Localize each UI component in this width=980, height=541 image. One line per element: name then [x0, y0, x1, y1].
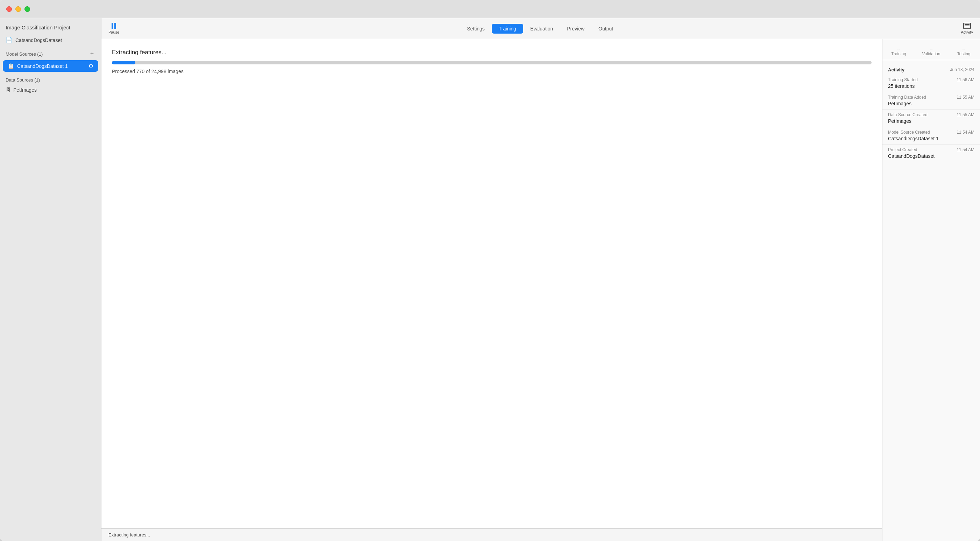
app-window: Image Classification Project 📄 CatsandDo…: [0, 0, 980, 541]
tab-preview[interactable]: Preview: [560, 24, 592, 34]
minimize-button[interactable]: [15, 6, 21, 12]
activity-entry-time-0: 11:56 AM: [956, 77, 974, 82]
pause-bar-left: [111, 23, 113, 29]
activity-log-header: Activity Jun 18, 2024: [883, 64, 980, 75]
tab-output[interactable]: Output: [592, 24, 620, 34]
pause-icon: [111, 23, 116, 29]
activity-label: Activity: [961, 30, 973, 34]
validation-tab-label: Validation: [922, 51, 940, 56]
activity-entry-1: Training Data Added 11:55 AM PetImages: [883, 92, 980, 110]
activity-entry-time-1: 11:55 AM: [956, 95, 974, 100]
activity-entry-4: Project Created 11:54 AM CatsandDogsData…: [883, 145, 980, 162]
data-source-item[interactable]: 🗄 PetImages: [0, 85, 101, 95]
testing-tab-label: Testing: [957, 51, 970, 56]
tab-evaluation[interactable]: Evaluation: [523, 24, 560, 34]
activity-entry-title-4: Project Created: [888, 147, 917, 152]
activity-entry-2: Data Source Created 11:55 AM PetImages: [883, 110, 980, 127]
dataset-icon: 📄: [6, 37, 13, 43]
progress-text: Processed 770 of 24,998 images: [112, 69, 872, 74]
project-name: Image Classification Project: [0, 22, 101, 35]
model-sources-header: Model Sources (1) +: [0, 45, 101, 59]
extracting-title: Extracting features...: [112, 49, 872, 56]
activity-entry-header-3: Model Source Created 11:54 AM: [888, 130, 974, 135]
training-tab-label: Training: [891, 51, 906, 56]
dataset-item[interactable]: 📄 CatsandDogsDataset: [0, 35, 101, 45]
data-sources-title: Data Sources (1): [6, 77, 40, 83]
activity-entry-value-2: PetImages: [888, 118, 974, 124]
tab-settings[interactable]: Settings: [460, 24, 492, 34]
status-bar: Extracting features...: [102, 528, 882, 541]
right-panel-tab-validation[interactable]: -- Validation: [915, 46, 948, 60]
activity-entry-title-1: Training Data Added: [888, 95, 926, 100]
activity-entry-time-2: 11:55 AM: [956, 112, 974, 117]
main-layout: Image Classification Project 📄 CatsandDo…: [0, 18, 980, 541]
activity-log-date: Jun 18, 2024: [950, 67, 974, 72]
tab-training[interactable]: Training: [492, 24, 523, 34]
activity-entry-value-3: CatsandDogsDataset 1: [888, 136, 974, 141]
model-sources-title: Model Sources (1): [6, 51, 43, 57]
pause-label: Pause: [108, 30, 119, 34]
activity-entry-header-1: Training Data Added 11:55 AM: [888, 95, 974, 100]
progress-bar-container: [112, 61, 872, 64]
activity-entry-value-0: 25 iterations: [888, 83, 974, 89]
activity-entry-header-0: Training Started 11:56 AM: [888, 77, 974, 82]
sidebar: Image Classification Project 📄 CatsandDo…: [0, 18, 102, 541]
right-panel-tab-training[interactable]: -- Training: [883, 46, 915, 60]
content-body: Extracting features... Processed 770 of …: [102, 39, 882, 528]
data-sources-header: Data Sources (1): [0, 72, 101, 85]
activity-entry-title-3: Model Source Created: [888, 130, 930, 135]
activity-entry-title-0: Training Started: [888, 77, 918, 82]
activity-entry-0: Training Started 11:56 AM 25 iterations: [883, 75, 980, 92]
activity-icon: [963, 23, 971, 29]
add-model-source-button[interactable]: +: [89, 50, 95, 57]
activity-button[interactable]: Activity: [961, 23, 973, 34]
model-source-icon: 📋: [8, 63, 14, 69]
testing-stat: --: [962, 46, 965, 51]
validation-stat: --: [930, 46, 933, 51]
traffic-lights: [6, 6, 30, 12]
activity-entry-title-2: Data Source Created: [888, 112, 928, 117]
activity-entry-3: Model Source Created 11:54 AM CatsandDog…: [883, 127, 980, 145]
activity-entry-time-4: 11:54 AM: [956, 147, 974, 152]
maximize-button[interactable]: [24, 6, 30, 12]
spinner-icon: ⚙: [89, 63, 93, 69]
right-panel: -- Training -- Validation -- Testing: [882, 39, 980, 541]
activity-entry-value-1: PetImages: [888, 101, 974, 106]
status-text: Extracting features...: [108, 532, 150, 538]
dataset-label: CatsandDogsDataset: [15, 37, 62, 43]
activity-log-title: Activity: [888, 67, 904, 72]
model-source-label: CatsandDogsDataset 1: [17, 63, 68, 69]
activity-entry-header-4: Project Created 11:54 AM: [888, 147, 974, 152]
content-area: Extracting features... Processed 770 of …: [102, 39, 882, 541]
close-button[interactable]: [6, 6, 12, 12]
training-stat: --: [897, 46, 900, 51]
data-source-label: PetImages: [13, 87, 37, 93]
toolbar: Pause Settings Training Evaluation Previ…: [102, 18, 980, 39]
activity-log: Activity Jun 18, 2024 Training Started 1…: [883, 60, 980, 541]
right-panel-tabs: -- Training -- Validation -- Testing: [883, 39, 980, 60]
data-source-icon: 🗄: [6, 87, 11, 93]
activity-entry-time-3: 11:54 AM: [956, 130, 974, 135]
activity-entry-value-4: CatsandDogsDataset: [888, 153, 974, 159]
titlebar: [0, 0, 980, 18]
model-source-item[interactable]: 📋 CatsandDogsDataset 1 ⚙: [3, 60, 98, 72]
right-panel-tab-testing[interactable]: -- Testing: [948, 46, 980, 60]
pause-bar-right: [115, 23, 116, 29]
nav-tabs: Settings Training Evaluation Preview Out…: [130, 24, 950, 34]
activity-entry-header-2: Data Source Created 11:55 AM: [888, 112, 974, 117]
pause-button[interactable]: Pause: [108, 23, 119, 34]
progress-bar-fill: [112, 61, 135, 64]
